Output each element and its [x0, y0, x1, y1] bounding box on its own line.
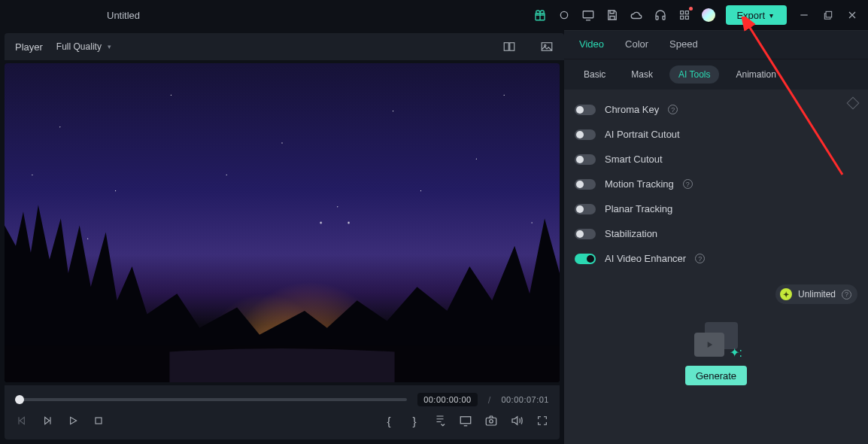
- svg-rect-17: [486, 418, 496, 425]
- image-icon[interactable]: [540, 40, 554, 53]
- generate-preview-icon: ✦:: [694, 322, 738, 357]
- svg-point-1: [561, 11, 568, 18]
- panel-tabs-secondary: Basic Mask AI Tools Animation: [564, 59, 868, 90]
- display-icon[interactable]: [459, 414, 472, 427]
- svg-rect-15: [96, 418, 102, 424]
- toggle-smart-cutout[interactable]: [575, 154, 596, 165]
- svg-rect-16: [460, 417, 471, 424]
- export-button[interactable]: Export▾: [726, 5, 787, 25]
- title-bar: Untitled Export▾: [0, 0, 868, 30]
- panel-body: Chroma Key? AI Portrait Cutout Smart Cut…: [564, 90, 868, 444]
- tab-animation[interactable]: Animation: [727, 65, 785, 84]
- chevron-down-icon: ▾: [108, 43, 111, 50]
- project-title: Untitled: [107, 10, 140, 21]
- play-icon[interactable]: [66, 414, 80, 427]
- screen-icon[interactable]: [581, 8, 595, 22]
- svg-rect-7: [681, 16, 684, 19]
- compare-view-icon[interactable]: [502, 40, 516, 53]
- toggle-row-smart-cutout: Smart Cutout: [575, 147, 857, 172]
- mark-out-icon[interactable]: }: [408, 414, 421, 427]
- crop-menu-icon[interactable]: [433, 414, 447, 427]
- timecode-duration: 00:00:07:01: [501, 395, 549, 404]
- panel-tabs-primary: Video Color Speed: [564, 31, 868, 59]
- tab-video[interactable]: Video: [579, 38, 604, 50]
- properties-panel: Video Color Speed Basic Mask AI Tools An…: [564, 30, 868, 444]
- stop-icon[interactable]: [92, 414, 105, 427]
- credits-icon: ✦: [780, 288, 792, 300]
- chevron-down-icon: ▾: [769, 11, 773, 20]
- user-avatar[interactable]: [702, 8, 715, 22]
- mark-in-icon[interactable]: {: [382, 414, 396, 427]
- maximize-icon[interactable]: [821, 8, 835, 22]
- generate-button[interactable]: Generate: [685, 366, 747, 385]
- help-icon[interactable]: ?: [695, 254, 705, 263]
- svg-rect-11: [510, 43, 514, 51]
- toggle-row-planar-tracking: Planar Tracking: [575, 196, 857, 221]
- svg-rect-6: [686, 11, 689, 14]
- cloud-icon[interactable]: [630, 8, 643, 22]
- tab-mask[interactable]: Mask: [622, 65, 662, 84]
- fullscreen-icon[interactable]: [536, 414, 549, 427]
- quality-selector[interactable]: Full Quality▾: [56, 41, 111, 52]
- tab-basic[interactable]: Basic: [575, 65, 615, 84]
- sparkle-icon: ✦:: [730, 345, 742, 360]
- svg-rect-5: [681, 11, 684, 14]
- volume-icon[interactable]: [510, 414, 524, 427]
- save-icon[interactable]: [605, 8, 619, 22]
- unlimited-pill[interactable]: ✦ Unlimited ?: [775, 284, 857, 304]
- preview-viewport[interactable]: [5, 63, 560, 382]
- tab-color[interactable]: Color: [625, 38, 648, 50]
- apps-grid-icon[interactable]: [678, 8, 691, 22]
- help-icon[interactable]: ?: [668, 105, 678, 114]
- svg-point-18: [490, 420, 493, 424]
- svg-rect-8: [686, 16, 689, 19]
- player-header: Player Full Quality▾: [5, 33, 564, 60]
- close-icon[interactable]: [845, 8, 859, 22]
- next-frame-icon[interactable]: [41, 414, 54, 427]
- toggle-motion-tracking[interactable]: [575, 179, 596, 190]
- gift-icon[interactable]: [533, 8, 547, 22]
- toggle-row-ai-portrait: AI Portrait Cutout: [575, 122, 857, 147]
- toggle-chroma-key[interactable]: [575, 105, 596, 115]
- toggle-ai-video-enhancer[interactable]: [575, 254, 596, 264]
- toggle-ai-portrait-cutout[interactable]: [575, 129, 596, 140]
- toggle-row-ai-video-enhancer: AI Video Enhancer?: [575, 246, 857, 271]
- help-icon[interactable]: ?: [842, 290, 851, 300]
- tab-ai-tools[interactable]: AI Tools: [669, 65, 719, 84]
- toggle-row-stabilization: Stabilization: [575, 221, 857, 246]
- seek-slider[interactable]: [15, 398, 407, 401]
- minimize-icon[interactable]: [797, 8, 811, 22]
- snapshot-icon[interactable]: [484, 414, 498, 427]
- svg-rect-2: [584, 11, 594, 18]
- toggle-row-chroma-key: Chroma Key?: [575, 97, 857, 122]
- svg-rect-4: [663, 17, 665, 20]
- timecode-current: 00:00:00:00: [417, 393, 478, 406]
- toggle-planar-tracking[interactable]: [575, 204, 596, 214]
- record-icon[interactable]: [557, 8, 571, 22]
- player-label: Player: [15, 41, 43, 53]
- toggle-row-motion-tracking: Motion Tracking?: [575, 172, 857, 196]
- toggle-stabilization[interactable]: [575, 229, 596, 239]
- timecode-separator: /: [488, 394, 491, 406]
- prev-frame-icon[interactable]: [15, 414, 29, 427]
- svg-rect-10: [504, 43, 508, 51]
- transport-bar: 00:00:00:00 / 00:00:07:01 { }: [5, 385, 560, 439]
- svg-rect-3: [656, 17, 658, 20]
- preview-scene: [5, 191, 560, 382]
- help-icon[interactable]: ?: [683, 179, 693, 189]
- svg-rect-9: [826, 11, 832, 17]
- headphones-icon[interactable]: [654, 8, 667, 22]
- tab-speed[interactable]: Speed: [669, 38, 698, 50]
